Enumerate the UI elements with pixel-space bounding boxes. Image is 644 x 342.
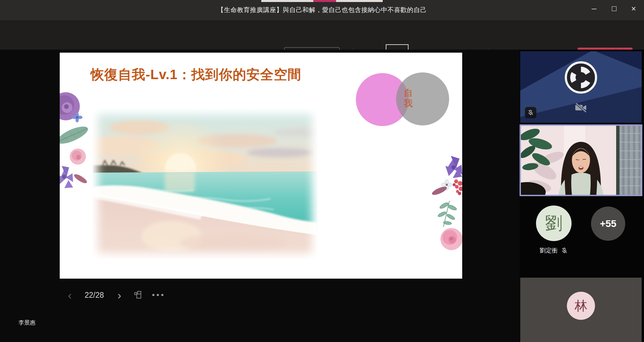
beach-sunset-photo xyxy=(93,109,317,259)
overflow-count: +55 xyxy=(600,218,616,229)
obs-logo-icon xyxy=(564,61,598,94)
muted-mic-badge xyxy=(525,107,536,118)
flower-decoration-right xyxy=(432,153,462,257)
close-button[interactable]: × xyxy=(624,0,643,17)
maximize-icon xyxy=(612,6,616,11)
video-tile-obs[interactable] xyxy=(520,51,642,123)
minimize-icon: ─ xyxy=(592,5,596,13)
chevron-right-icon: › xyxy=(117,289,121,302)
presenting-progress-indicator xyxy=(313,0,336,2)
powerpoint-slide: 恢復自我-Lv.1：找到你的安全空間 xyxy=(60,53,462,279)
venn-label: 自我 xyxy=(402,88,414,109)
presenter-name-label: 李景惠 xyxy=(18,319,36,327)
overflow-participants-badge[interactable]: +55 xyxy=(591,207,625,241)
slide-thumbnails-icon xyxy=(133,290,143,300)
slide-title: 恢復自我-Lv.1：找到你的安全空間 xyxy=(91,65,392,84)
avatar-initial: 林 xyxy=(575,297,587,315)
participant-name: 劉定衝 xyxy=(540,246,558,254)
meeting-toolbar: 02:00:25 取得控制權 xyxy=(0,21,644,50)
participant-name-row: 劉定衝 xyxy=(524,246,584,254)
photo-feathered-edge xyxy=(93,109,317,259)
slide-more-options-button[interactable]: ••• xyxy=(150,288,167,302)
presenting-progress-strip xyxy=(261,0,383,2)
participants-sidebar: 劉 +55 劉定衝 林 xyxy=(520,50,644,342)
mic-off-icon xyxy=(527,109,534,116)
more-dots-icon: ••• xyxy=(152,290,165,300)
previous-slide-button[interactable]: ‹ xyxy=(64,288,76,302)
camera-off-icon xyxy=(575,101,587,114)
maximize-button[interactable] xyxy=(604,0,624,17)
participant-avatar: 林 xyxy=(567,292,595,320)
slide-navigation: ‹ 22/28 › ••• xyxy=(0,288,235,305)
chevron-left-icon: ‹ xyxy=(68,289,71,302)
video-tile-active-speaker[interactable] xyxy=(520,124,642,196)
avatar-initial: 劉 xyxy=(545,212,562,235)
slide-page-indicator: 22/28 xyxy=(79,288,109,302)
shared-content-stage: 恢復自我-Lv.1：找到你的安全空間 xyxy=(0,50,520,342)
camera-off-indicator xyxy=(575,101,587,115)
minimize-button[interactable]: ─ xyxy=(584,0,604,17)
close-icon: × xyxy=(631,4,636,13)
window-title: 【生命教育推廣講座】與自己和解，愛自己也包含接納心中不喜歡的自己 xyxy=(0,6,644,14)
next-slide-button[interactable]: › xyxy=(113,288,125,302)
webcam-video xyxy=(521,126,641,195)
mic-off-icon xyxy=(561,247,568,254)
participant-avatar[interactable]: 劉 xyxy=(536,206,572,241)
audio-participants-row: 劉 +55 劉定衝 xyxy=(520,196,644,277)
video-tile-lin[interactable]: 林 xyxy=(520,278,642,342)
window-titlebar: 【生命教育推廣講座】與自己和解，愛自己也包含接納心中不喜歡的自己 ─ × xyxy=(0,0,644,21)
slide-grid-button[interactable] xyxy=(131,288,146,302)
